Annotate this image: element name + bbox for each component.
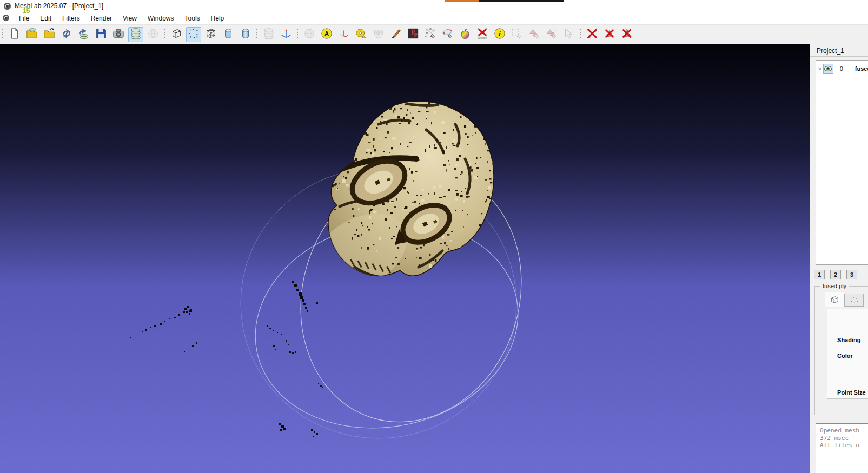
select-faces-rect-button[interactable] (544, 27, 559, 42)
svg-text:GEOREF: GEOREF (478, 37, 487, 39)
layer-id: 0 (840, 65, 843, 72)
georef-tool-button[interactable]: GEOREF (475, 27, 490, 42)
select-faces-button[interactable] (527, 27, 542, 42)
paint-tool-button[interactable] (388, 27, 403, 42)
gl-viewport[interactable] (0, 44, 810, 473)
delete-selected-faces-button[interactable] (602, 27, 617, 42)
overlay-badge: 15 (23, 7, 30, 15)
arrows-icon (61, 28, 72, 42)
snapshot-button[interactable] (111, 27, 126, 42)
save-project-button[interactable] (94, 27, 109, 42)
mesh-properties-group: fused.ply Shading Color Point Size (814, 286, 868, 415)
menu-edit[interactable]: Edit (35, 13, 57, 24)
circle-A-icon: A (321, 28, 333, 42)
page-icon (9, 28, 21, 42)
expand-chevron-icon[interactable]: > (818, 66, 821, 72)
cage-icon (205, 28, 217, 42)
raster-mode-button[interactable] (145, 27, 161, 42)
point-picking-button[interactable]: PP (406, 27, 421, 42)
show-layer-dialog-button[interactable] (128, 27, 143, 42)
toolbar-separator (162, 28, 167, 42)
reload-all-button[interactable] (76, 27, 91, 42)
toolbar-group: ASuperPPGEOREFi (301, 27, 578, 42)
select-rect-button[interactable] (509, 27, 525, 42)
edit-layers-button[interactable] (261, 27, 276, 42)
camera-icon (112, 28, 124, 42)
floppy-icon (95, 28, 107, 42)
tab-mesh-render[interactable] (825, 292, 844, 307)
visibility-toggle[interactable] (823, 64, 833, 74)
view-preset-button-1[interactable]: 1 (814, 270, 825, 279)
layer-dock-panel: Project_1 > 0 fused.ply 123 fused.ply (810, 44, 868, 473)
menu-view[interactable]: View (117, 13, 142, 24)
log-line: Opened mesh (820, 427, 868, 435)
new-project-button[interactable] (7, 27, 22, 42)
georef-icon: GEOREF (476, 28, 488, 42)
show-labels-button[interactable]: A (319, 27, 334, 42)
draw-flat-button[interactable] (221, 27, 236, 42)
toolbar-separator (295, 28, 300, 42)
measure-tool-button[interactable] (354, 27, 369, 42)
view-buttons: 123 (814, 270, 857, 279)
u3d-export-button[interactable] (458, 27, 473, 42)
points-icon (849, 296, 859, 304)
meshlab-logo-icon (3, 2, 11, 10)
main-toolbar: ASuperPPGEOREFi (0, 25, 868, 44)
toolbar-group (260, 27, 295, 42)
reload-mesh-button[interactable] (59, 27, 74, 42)
svg-text:A: A (324, 30, 329, 37)
show-axis-button[interactable] (279, 27, 294, 42)
tri-cursor-icon (528, 28, 540, 42)
get-info-button[interactable]: i (492, 27, 507, 42)
globe-icon (147, 28, 159, 42)
cube-icon (830, 295, 839, 304)
draw-points-button[interactable] (186, 27, 201, 42)
trackball-button[interactable] (302, 27, 317, 42)
view-preset-button-3[interactable]: 3 (846, 270, 857, 279)
delete-selected-vertices-button[interactable] (585, 27, 600, 42)
draw-smooth-button[interactable] (238, 27, 253, 42)
folder-arrow-icon (43, 28, 55, 42)
menu-bar: FileEditFiltersRenderViewWindowsToolsHel… (0, 12, 868, 25)
render-mode-tabs (825, 292, 864, 307)
select-gesture-button[interactable] (440, 27, 455, 42)
draw-bbox-button[interactable] (169, 27, 184, 42)
project-tab[interactable]: Project_1 (817, 47, 844, 55)
import-mesh-button[interactable] (42, 27, 57, 42)
arrow-icon (563, 28, 575, 42)
layer-row[interactable]: > 0 fused.ply (816, 63, 868, 75)
dots-cursor-icon (425, 28, 436, 42)
scene-3d[interactable] (0, 44, 810, 473)
menu-windows[interactable]: Windows (142, 13, 180, 24)
menu-tools[interactable]: Tools (180, 13, 206, 24)
raster-align-button[interactable]: Super (371, 27, 386, 42)
dots-icon (188, 28, 200, 42)
layers-gray-icon (263, 28, 275, 42)
delete-faces-and-vertices-button[interactable] (619, 27, 634, 42)
point-size-label: Point Size (837, 389, 866, 396)
shading-label: Shading (837, 337, 860, 343)
mesh-group-title: fused.ply (820, 283, 849, 289)
title-bar: MeshLab 2025.07 - [Project_1] (0, 0, 868, 12)
cube-icon (170, 28, 182, 42)
pick-points-button[interactable] (336, 27, 352, 42)
pp-icon: PP (407, 28, 419, 42)
view-preset-button-2[interactable]: 2 (830, 270, 841, 279)
del1-icon (586, 28, 598, 42)
log-output: Opened mesh372 msecAll files o (816, 423, 868, 473)
camera-gray-icon: Super (373, 28, 385, 42)
layers-icon (130, 28, 142, 42)
ellipse-cursor-icon (442, 28, 454, 42)
skull-model[interactable] (299, 101, 499, 307)
select-connected-button[interactable] (561, 27, 577, 42)
color-label: Color (837, 352, 853, 359)
tab-points-render[interactable] (844, 294, 864, 307)
menu-help[interactable]: Help (206, 13, 230, 24)
select-vertexes-button[interactable] (423, 27, 438, 42)
menu-render[interactable]: Render (85, 13, 117, 24)
menu-filters[interactable]: Filters (57, 13, 85, 24)
top-strip-orange (445, 0, 479, 2)
draw-wireframe-button[interactable] (203, 27, 218, 42)
toolbar-separator (255, 28, 260, 42)
open-project-button[interactable] (24, 27, 39, 42)
